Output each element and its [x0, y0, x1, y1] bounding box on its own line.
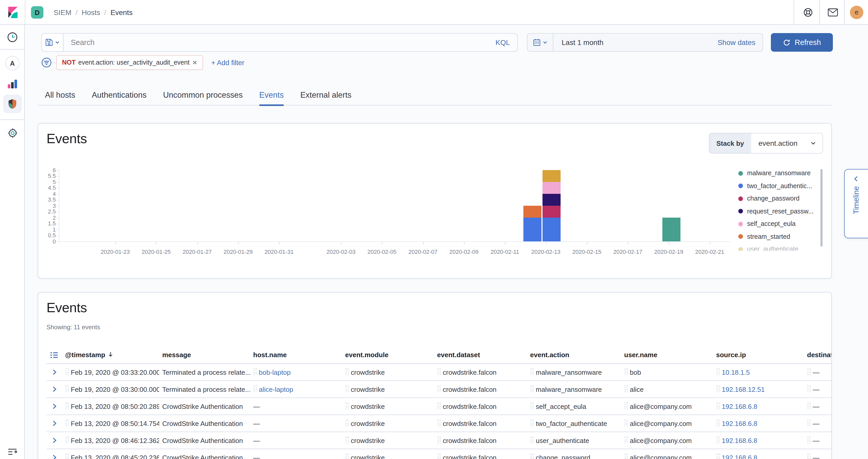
- bar-segment-two_factor_authenticate[interactable]: [542, 218, 561, 241]
- sidebar-collapse-button[interactable]: [0, 441, 25, 459]
- drag-handle-icon[interactable]: [530, 454, 534, 459]
- cell-source[interactable]: 192.168.6.8: [713, 436, 804, 444]
- drag-handle-icon[interactable]: [807, 437, 811, 444]
- fields-browser-button[interactable]: [46, 351, 62, 359]
- tab-events[interactable]: Events: [259, 85, 284, 105]
- tab-external-alerts[interactable]: External alerts: [300, 85, 351, 105]
- breadcrumb-item-hosts[interactable]: Hosts: [82, 8, 100, 16]
- column-header-host[interactable]: host.name: [250, 351, 342, 359]
- drag-handle-icon[interactable]: [253, 386, 257, 393]
- drag-handle-icon[interactable]: [716, 454, 720, 459]
- drag-handle-icon[interactable]: [437, 437, 441, 444]
- drag-handle-icon[interactable]: [437, 454, 441, 459]
- tab-all-hosts[interactable]: All hosts: [45, 85, 75, 105]
- drag-handle-icon[interactable]: [530, 437, 534, 444]
- legend-item-malware_ransomware[interactable]: malware_ransomware: [738, 167, 819, 180]
- timeline-flyout-button[interactable]: Timeline: [844, 169, 868, 238]
- sidebar-item-app-a[interactable]: A: [0, 53, 25, 73]
- legend-item-change_password[interactable]: change_password: [738, 192, 819, 205]
- refresh-button[interactable]: Refresh: [771, 33, 833, 52]
- drag-handle-icon[interactable]: [807, 454, 811, 459]
- cell-source[interactable]: 192.168.6.8: [713, 454, 804, 459]
- bar-segment-malware_ransomware[interactable]: [662, 218, 680, 241]
- cell-link[interactable]: 192.168.6.8: [722, 454, 757, 459]
- legend-item-stream_started[interactable]: stream_started: [738, 230, 819, 243]
- drag-handle-icon[interactable]: [65, 437, 69, 444]
- filter-options-icon[interactable]: [41, 57, 52, 68]
- drag-handle-icon[interactable]: [345, 403, 349, 410]
- sidebar-item-siem-active[interactable]: [0, 94, 25, 114]
- sidebar-item-recently-viewed[interactable]: [0, 27, 25, 48]
- drag-handle-icon[interactable]: [345, 454, 349, 459]
- legend-item-request_reset_passw[interactable]: request_reset_passw...: [738, 205, 819, 218]
- date-range-value[interactable]: Last 1 month: [553, 38, 718, 47]
- drag-handle-icon[interactable]: [437, 403, 441, 410]
- column-header-dataset[interactable]: event.dataset: [434, 351, 527, 359]
- expand-row-button[interactable]: [46, 437, 62, 443]
- drag-handle-icon[interactable]: [807, 420, 811, 427]
- column-header-timestamp[interactable]: @timestamp: [62, 351, 159, 359]
- cell-link[interactable]: 192.168.6.8: [722, 420, 757, 427]
- kibana-logo-icon[interactable]: [7, 6, 19, 19]
- cell-link[interactable]: alice-laptop: [259, 385, 293, 393]
- drag-handle-icon[interactable]: [65, 386, 69, 393]
- drag-handle-icon[interactable]: [624, 437, 628, 444]
- sidebar-item-management[interactable]: [0, 123, 25, 143]
- cell-source[interactable]: 192.168.12.51: [713, 385, 804, 393]
- drag-handle-icon[interactable]: [624, 403, 628, 410]
- close-icon[interactable]: [192, 60, 197, 65]
- drag-handle-icon[interactable]: [716, 420, 720, 427]
- cell-link[interactable]: 192.168.6.8: [722, 402, 757, 410]
- search-input[interactable]: [64, 38, 488, 47]
- date-range-picker[interactable]: Last 1 month Show dates: [527, 33, 763, 52]
- tab-authentications[interactable]: Authentications: [92, 85, 147, 105]
- legend-item-self_accept_eula[interactable]: self_accept_eula: [738, 218, 819, 230]
- column-header-module[interactable]: event.module: [342, 351, 434, 359]
- drag-handle-icon[interactable]: [624, 420, 628, 427]
- column-header-source[interactable]: source.ip: [713, 351, 804, 359]
- drag-handle-icon[interactable]: [624, 454, 628, 459]
- show-dates-button[interactable]: Show dates: [718, 38, 763, 47]
- drag-handle-icon[interactable]: [624, 386, 628, 393]
- drag-handle-icon[interactable]: [716, 437, 720, 444]
- kql-syntax-button[interactable]: KQL: [488, 38, 517, 47]
- bar-segment-change_password[interactable]: [542, 206, 561, 218]
- filter-chip[interactable]: NOT event.action: user_activity_audit_ev…: [56, 55, 203, 70]
- bar-segment-request_reset_password[interactable]: [542, 194, 561, 206]
- drag-handle-icon[interactable]: [716, 369, 720, 376]
- drag-handle-icon[interactable]: [807, 386, 811, 393]
- cell-host[interactable]: alice-laptop: [250, 385, 342, 393]
- cell-source[interactable]: 192.168.6.8: [713, 402, 804, 410]
- space-badge[interactable]: D: [31, 6, 43, 19]
- bar-segment-user_authenticate[interactable]: [542, 170, 561, 182]
- drag-handle-icon[interactable]: [716, 386, 720, 393]
- tab-uncommon-processes[interactable]: Uncommon processes: [163, 85, 243, 105]
- legend-item-two_factor_authentic[interactable]: two_factor_authentic...: [738, 180, 819, 192]
- cell-host[interactable]: bob-laptop: [250, 368, 342, 376]
- drag-handle-icon[interactable]: [624, 369, 628, 376]
- cell-link[interactable]: 10.18.1.5: [722, 368, 750, 376]
- drag-handle-icon[interactable]: [65, 369, 69, 376]
- cell-link[interactable]: 192.168.12.51: [722, 385, 765, 393]
- expand-row-button[interactable]: [46, 369, 62, 375]
- column-header-dest[interactable]: destination.ip: [804, 351, 832, 359]
- help-button[interactable]: [796, 0, 820, 24]
- drag-handle-icon[interactable]: [253, 369, 257, 376]
- drag-handle-icon[interactable]: [807, 403, 811, 410]
- breadcrumb-item-siem[interactable]: SIEM: [54, 8, 71, 16]
- expand-row-button[interactable]: [46, 403, 62, 409]
- date-quick-menu-button[interactable]: [528, 34, 553, 51]
- drag-handle-icon[interactable]: [530, 386, 534, 393]
- cell-link[interactable]: 192.168.6.8: [722, 436, 757, 444]
- cell-source[interactable]: 192.168.6.8: [713, 420, 804, 427]
- sidebar-item-visualize[interactable]: [0, 73, 25, 94]
- newsfeed-button[interactable]: [820, 0, 845, 24]
- drag-handle-icon[interactable]: [345, 386, 349, 393]
- drag-handle-icon[interactable]: [530, 403, 534, 410]
- drag-handle-icon[interactable]: [65, 403, 69, 410]
- column-header-user[interactable]: user.name: [621, 351, 713, 359]
- drag-handle-icon[interactable]: [345, 437, 349, 444]
- drag-handle-icon[interactable]: [530, 420, 534, 427]
- bar-segment-self_accept_eula[interactable]: [542, 182, 561, 194]
- cell-source[interactable]: 10.18.1.5: [713, 368, 804, 376]
